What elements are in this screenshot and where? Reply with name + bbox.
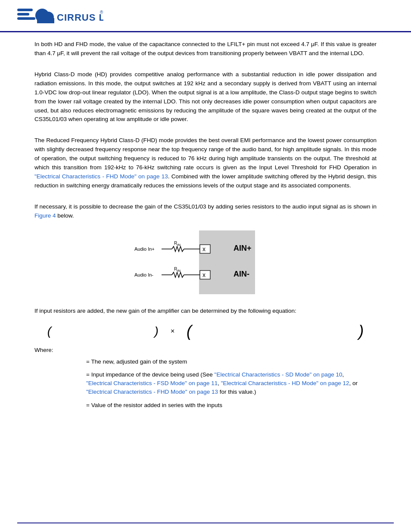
def-symbol-1 xyxy=(34,358,86,366)
page: CIRRUS LOGIC ® In both HD and FHD mode, … xyxy=(0,0,411,532)
header: CIRRUS LOGIC ® xyxy=(0,0,411,32)
svg-rect-1 xyxy=(17,13,29,16)
svg-text:CIRRUS LOGIC: CIRRUS LOGIC xyxy=(57,12,103,23)
def2-link1[interactable]: "Electrical Characteristics - SD Mode" o… xyxy=(215,371,342,378)
svg-rect-0 xyxy=(17,9,33,11)
def-desc-1: = The new, adjusted gain of the system xyxy=(86,358,377,366)
svg-text:AIN-: AIN- xyxy=(234,270,249,278)
def2-link2[interactable]: "Electrical Characteristics - FSD Mode" … xyxy=(86,380,218,386)
para-gain: If necessary, it is possible to decrease… xyxy=(34,202,377,221)
para-lfilt: In both HD and FHD mode, the value of th… xyxy=(34,40,377,58)
def-desc-3: = Value of the resistor added in series … xyxy=(86,401,377,410)
def-row-2: = Input impedance of the device being us… xyxy=(34,370,377,397)
svg-text:Audio In-: Audio In- xyxy=(134,272,153,277)
circuit-diagram: AIN+ AIN- Audio In+ Audio In- xyxy=(34,228,377,297)
logo-area: CIRRUS LOGIC ® xyxy=(17,8,103,27)
eq-var2 xyxy=(199,328,351,335)
eq-close-paren2: ) xyxy=(358,324,364,339)
para-fhd-text-before: The Reduced Frequency Hybrid Class-D (FH… xyxy=(34,137,377,171)
para-lfilt-text: In both HD and FHD mode, the value of th… xyxy=(34,41,377,56)
para-equation-intro: If input resistors are added, the new ga… xyxy=(34,307,377,316)
svg-text:x: x xyxy=(202,246,206,252)
eq-open-paren2: ( xyxy=(187,324,192,339)
svg-text:®: ® xyxy=(100,10,103,15)
def2-link3[interactable]: "Electrical Characteristics - HD Mode" o… xyxy=(221,380,349,386)
def2-comma2: , xyxy=(218,380,221,386)
cirrus-logic-logo: CIRRUS LOGIC ® xyxy=(17,8,103,27)
equation: ( ) × ( ) xyxy=(34,324,377,339)
eq-open-paren1: ( xyxy=(47,325,51,337)
eq-close-paren1: ) xyxy=(154,325,158,337)
def-desc-2: = Input impedance of the device being us… xyxy=(86,370,377,397)
where-label: Where: xyxy=(34,347,377,353)
eq-var1 xyxy=(59,328,146,335)
svg-text:x: x xyxy=(202,271,206,278)
where-section: Where: = The new, adjusted gain of the s… xyxy=(34,347,377,410)
svg-rect-5 xyxy=(37,18,54,23)
para-hd-mode: Hybrid Class-D mode (HD) provides compet… xyxy=(34,70,377,124)
def2-or: , or xyxy=(349,380,358,386)
figure4-link[interactable]: Figure 4 xyxy=(34,212,56,219)
def-row-1: = The new, adjusted gain of the system xyxy=(34,358,377,366)
para-equation-text: If input resistors are added, the new ga… xyxy=(34,308,296,314)
para-gain-text-after: below. xyxy=(56,212,74,219)
circuit-svg: AIN+ AIN- Audio In+ Audio In- xyxy=(132,228,279,297)
svg-rect-8 xyxy=(199,230,255,294)
fhd-link[interactable]: "Electrical Characteristics - FHD Mode" … xyxy=(34,173,168,180)
def2-end: for this value.) xyxy=(218,389,256,395)
para-gain-text-before: If necessary, it is possible to decrease… xyxy=(34,203,377,210)
def2-before: = Input impedance of the device being us… xyxy=(86,371,215,378)
def-row-3: = Value of the resistor added in series … xyxy=(34,401,377,410)
para-hd-mode-text: Hybrid Class-D mode (HD) provides compet… xyxy=(34,71,377,123)
def-symbol-3 xyxy=(34,401,86,410)
svg-rect-2 xyxy=(17,17,35,20)
para-fhd-mode: The Reduced Frequency Hybrid Class-D (FH… xyxy=(34,136,377,190)
svg-text:IN: IN xyxy=(177,269,181,273)
svg-text:IN: IN xyxy=(177,243,181,247)
svg-text:AIN+: AIN+ xyxy=(234,244,252,252)
def2-comma: , xyxy=(342,371,344,378)
svg-text:Audio In+: Audio In+ xyxy=(134,246,155,252)
eq-times: × xyxy=(171,327,174,335)
def2-link4[interactable]: "Electrical Characteristics - FHD Mode" … xyxy=(86,389,218,395)
equation-content: ( ) × ( ) xyxy=(47,324,364,339)
def-symbol-2 xyxy=(34,370,86,379)
content: In both HD and FHD mode, the value of th… xyxy=(0,32,411,514)
